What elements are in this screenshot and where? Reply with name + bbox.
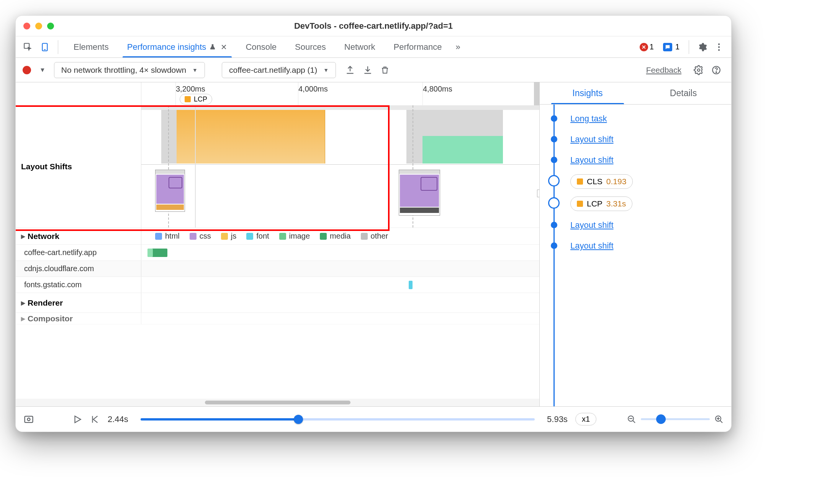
cls-pill[interactable]: CLS 0.193: [570, 174, 633, 189]
network-track-header: ▶ Network html css js font image media o…: [16, 228, 539, 245]
rewind-icon[interactable]: [90, 414, 100, 424]
insight-layout-shift[interactable]: Layout shift: [540, 236, 731, 256]
tab-sources[interactable]: Sources: [286, 36, 335, 57]
chevron-down-icon: ▼: [192, 67, 198, 73]
ruler-tick: 4,000ms: [298, 85, 328, 93]
feedback-link[interactable]: Feedback: [646, 65, 681, 75]
network-row[interactable]: cdnjs.cloudflare.com: [16, 261, 539, 277]
tab-performance-insights[interactable]: Performance insights ✕: [118, 36, 237, 57]
play-icon[interactable]: [72, 414, 82, 424]
tab-console[interactable]: Console: [236, 36, 286, 57]
tab-insights[interactable]: Insights: [540, 82, 635, 104]
playback-slider[interactable]: [141, 418, 535, 421]
export-icon[interactable]: [345, 65, 358, 75]
message-badge[interactable]: 1: [663, 43, 680, 51]
insight-link[interactable]: Layout shift: [570, 134, 614, 144]
insight-layout-shift[interactable]: Layout shift: [540, 215, 731, 236]
playback-speed[interactable]: x1: [575, 413, 596, 425]
zoom-window-button[interactable]: [47, 23, 54, 29]
insight-lcp[interactable]: LCP 3.31s: [540, 193, 731, 215]
layout-shifts-content[interactable]: [141, 105, 539, 227]
tab-label: Sources: [295, 42, 326, 52]
message-icon: [663, 43, 672, 51]
svg-point-10: [28, 418, 30, 421]
horizontal-scrollbar[interactable]: [16, 399, 539, 406]
tab-label: Console: [246, 42, 277, 52]
shift-block[interactable]: [177, 110, 325, 164]
tab-network[interactable]: Network: [335, 36, 385, 57]
insight-layout-shift[interactable]: Layout shift: [540, 129, 731, 150]
network-row[interactable]: coffee-cart.netlify.app: [16, 245, 539, 261]
settings-icon[interactable]: [695, 40, 709, 54]
lcp-pill[interactable]: LCP 3.31s: [570, 196, 632, 211]
insight-cls[interactable]: CLS 0.193: [540, 170, 731, 193]
tab-details[interactable]: Details: [635, 82, 731, 104]
tab-label: Elements: [74, 42, 109, 52]
error-badge[interactable]: ✕ 1: [640, 43, 654, 51]
shift-block[interactable]: [161, 110, 177, 164]
request-bar[interactable]: [409, 281, 413, 289]
record-dropdown[interactable]: ▼: [36, 67, 49, 74]
compositor-label[interactable]: ▶ Compositor: [16, 313, 141, 324]
insight-link[interactable]: Long task: [570, 114, 607, 123]
slider-knob[interactable]: [294, 415, 303, 424]
network-host: fonts.gstatic.com: [16, 277, 141, 293]
cls-value: 0.193: [606, 177, 627, 186]
close-tab-icon[interactable]: ✕: [221, 43, 227, 52]
shift-block[interactable]: [422, 136, 503, 164]
inspect-element-icon[interactable]: [21, 40, 35, 54]
insights-list[interactable]: Long task Layout shift Layout shift CLS …: [540, 105, 731, 406]
network-label[interactable]: ▶ Network: [16, 228, 141, 245]
body: 3,200ms 4,000ms 4,800ms LCP Layout Shift: [16, 82, 731, 406]
insight-long-task[interactable]: Long task: [540, 108, 731, 129]
vertical-scrollbar[interactable]: [534, 82, 539, 105]
tab-overflow[interactable]: »: [451, 36, 465, 57]
rail-node-icon: [551, 242, 557, 249]
request-bar[interactable]: [151, 249, 167, 257]
zoom-knob[interactable]: [656, 414, 666, 424]
device-toggle-icon[interactable]: [38, 40, 52, 54]
throttling-select[interactable]: No network throttling, 4× slowdown ▼: [54, 62, 205, 78]
record-button[interactable]: [23, 66, 31, 74]
import-icon[interactable]: [363, 65, 376, 75]
svg-line-15: [633, 421, 635, 423]
zoom-out-icon[interactable]: [627, 415, 636, 424]
legend-font: font: [246, 232, 269, 241]
minimize-window-button[interactable]: [35, 23, 42, 29]
tabs-bar: Elements Performance insights ✕ Console …: [16, 36, 731, 58]
zoom-slider[interactable]: [641, 418, 710, 420]
renderer-track[interactable]: ▶ Renderer: [16, 293, 539, 313]
request-bar[interactable]: [147, 249, 153, 257]
insights-tabs: Insights Details: [540, 82, 731, 105]
tab-elements[interactable]: Elements: [64, 36, 118, 57]
screenshot-toggle-icon[interactable]: [23, 414, 34, 425]
more-menu-icon[interactable]: [712, 40, 726, 54]
separator: [58, 40, 58, 54]
network-row[interactable]: fonts.gstatic.com: [16, 277, 539, 293]
tab-performance[interactable]: Performance: [385, 36, 451, 57]
recording-select[interactable]: coffee-cart.netlify.app (1) ▼: [222, 62, 336, 78]
panel-settings-icon[interactable]: [694, 65, 707, 75]
insight-layout-shift[interactable]: Layout shift: [540, 150, 731, 170]
legend-html: html: [155, 232, 180, 241]
insight-link[interactable]: Layout shift: [570, 220, 614, 230]
recording-label: coffee-cart.netlify.app (1): [229, 65, 317, 75]
delete-icon[interactable]: [380, 65, 393, 75]
devtools-window: DevTools - coffee-cart.netlify.app/?ad=1…: [15, 15, 732, 432]
zoom-in-icon[interactable]: [714, 415, 724, 424]
close-window-button[interactable]: [23, 23, 30, 29]
svg-point-6: [698, 69, 700, 71]
screenshot-thumbnail[interactable]: [155, 170, 185, 212]
traffic-lights: [23, 23, 54, 29]
timeline-scroll[interactable]: 3,200ms 4,000ms 4,800ms LCP Layout Shift: [16, 82, 539, 399]
renderer-label[interactable]: ▶ Renderer: [16, 293, 141, 313]
screenshot-thumbnail[interactable]: [399, 170, 440, 216]
disclosure-triangle-icon: ▶: [21, 300, 25, 306]
legend-js: js: [221, 232, 236, 241]
expand-handle-icon[interactable]: [537, 190, 539, 197]
lcp-marker[interactable]: LCP: [180, 94, 212, 105]
compositor-track[interactable]: ▶ Compositor: [16, 313, 539, 324]
help-icon[interactable]: [711, 65, 724, 75]
insight-link[interactable]: Layout shift: [570, 155, 614, 165]
insight-link[interactable]: Layout shift: [570, 241, 614, 250]
